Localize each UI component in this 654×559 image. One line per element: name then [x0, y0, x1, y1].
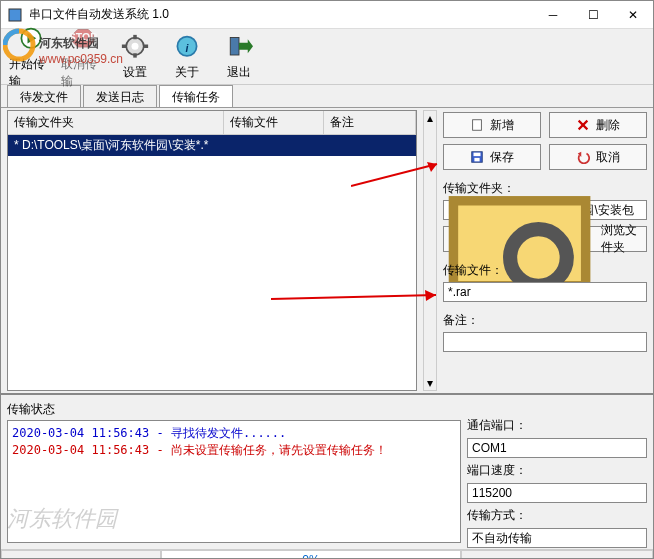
svg-rect-20 — [474, 158, 479, 162]
new-icon — [470, 118, 484, 132]
comm-settings: 通信端口： 端口速度： 传输方式： — [467, 401, 647, 543]
tab-transfer-task[interactable]: 传输任务 — [159, 85, 233, 107]
status-section: 传输状态 2020-03-04 11:56:43 - 寻找待发文件...... … — [1, 393, 653, 549]
info-icon: i — [173, 34, 201, 62]
port-label: 通信端口： — [467, 417, 647, 434]
col-file[interactable]: 传输文件 — [224, 111, 324, 134]
svg-rect-9 — [122, 45, 126, 49]
mode-label: 传输方式： — [467, 507, 647, 524]
play-icon — [17, 26, 45, 54]
exit-icon — [225, 34, 253, 62]
svg-rect-0 — [9, 9, 21, 21]
task-grid: 传输文件夹 传输文件 备注 * D:\TOOLS\桌面\河东软件园\安装*.* — [7, 110, 417, 391]
baud-label: 端口速度： — [467, 462, 647, 479]
svg-rect-8 — [133, 53, 137, 57]
svg-rect-10 — [144, 45, 148, 49]
close-button[interactable]: ✕ — [613, 1, 653, 29]
app-icon — [7, 7, 23, 23]
content-area: 传输文件夹 传输文件 备注 * D:\TOOLS\桌面\河东软件园\安装*.* … — [1, 107, 653, 393]
exit-button[interactable]: 退出 — [215, 32, 263, 83]
file-label: 传输文件： — [443, 262, 647, 279]
stop-icon: STOP — [69, 26, 97, 54]
col-folder[interactable]: 传输文件夹 — [8, 111, 224, 134]
log-line: 2020-03-04 11:56:43 - 尚未设置传输任务，请先设置传输任务！ — [12, 442, 456, 459]
table-row[interactable]: * D:\TOOLS\桌面\河东软件园\安装*.* — [8, 135, 416, 156]
svg-rect-15 — [473, 120, 482, 131]
svg-rect-13 — [230, 38, 239, 56]
svg-point-6 — [132, 43, 139, 50]
add-button[interactable]: 新增 — [443, 112, 541, 138]
grid-body[interactable]: * D:\TOOLS\桌面\河东软件园\安装*.* — [8, 135, 416, 390]
grid-header: 传输文件夹 传输文件 备注 — [8, 111, 416, 135]
task-form: 新增 删除 保存 取消 传输文件夹： 浏览文件夹 传输文 — [443, 110, 647, 391]
maximize-button[interactable]: ☐ — [573, 1, 613, 29]
log-line: 2020-03-04 11:56:43 - 寻找待发文件...... — [12, 425, 456, 442]
remark-label: 备注： — [443, 312, 647, 329]
settings-button[interactable]: 设置 — [111, 32, 159, 83]
port-input[interactable] — [467, 438, 647, 458]
status-log[interactable]: 2020-03-04 11:56:43 - 寻找待发文件...... 2020-… — [7, 420, 461, 543]
statusbar-cell — [461, 550, 653, 559]
gear-icon — [121, 34, 149, 62]
delete-button[interactable]: 删除 — [549, 112, 647, 138]
baud-input[interactable] — [467, 483, 647, 503]
scroll-down-icon[interactable]: ▾ — [427, 376, 433, 390]
toolbar: 开始传输 STOP 取消传输 设置 i 关于 退出 — [1, 29, 653, 85]
delete-icon — [576, 118, 590, 132]
svg-rect-19 — [474, 153, 481, 157]
browse-folder-button[interactable]: 浏览文件夹 — [443, 226, 647, 252]
undo-icon — [576, 150, 590, 164]
mode-input[interactable] — [467, 528, 647, 548]
save-icon — [470, 150, 484, 164]
progress-indicator: 0% — [161, 550, 461, 559]
col-remark[interactable]: 备注 — [324, 111, 416, 134]
svg-marker-14 — [239, 39, 253, 53]
remark-input[interactable] — [443, 332, 647, 352]
vertical-scrollbar[interactable]: ▴ ▾ — [423, 110, 437, 391]
statusbar-cell — [1, 550, 161, 559]
window-title: 串口文件自动发送系统 1.0 — [29, 6, 533, 23]
scroll-up-icon[interactable]: ▴ — [427, 111, 433, 125]
minimize-button[interactable]: ─ — [533, 1, 573, 29]
statusbar: 0% — [1, 549, 653, 559]
start-transfer-button[interactable]: 开始传输 — [7, 24, 55, 92]
svg-rect-7 — [133, 35, 137, 39]
file-input[interactable] — [443, 282, 647, 302]
cancel-transfer-button[interactable]: STOP 取消传输 — [59, 24, 107, 92]
status-label: 传输状态 — [7, 401, 461, 418]
svg-text:STOP: STOP — [69, 30, 97, 42]
about-button[interactable]: i 关于 — [163, 32, 211, 83]
